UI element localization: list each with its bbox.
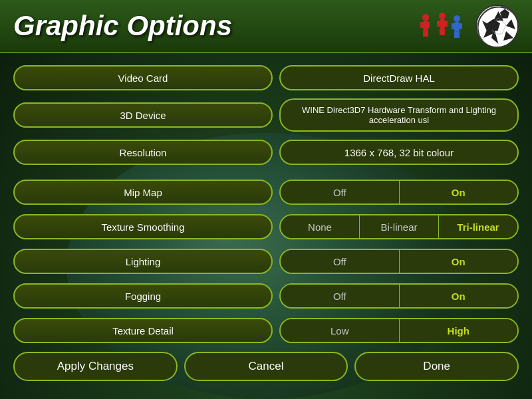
video-card-row: Video Card DirectDraw HAL xyxy=(13,63,519,92)
main-content: Video Card DirectDraw HAL 3D Device WINE… xyxy=(0,53,532,391)
lighting-row: Lighting Off On xyxy=(13,247,519,276)
texture-smoothing-label: Texture Smoothing xyxy=(13,214,273,239)
texture-smoothing-none-btn[interactable]: None xyxy=(281,215,360,238)
texture-detail-value-col: Low High xyxy=(279,318,519,343)
header-icons xyxy=(416,5,519,48)
svg-point-6 xyxy=(439,13,446,19)
texture-detail-label-col: Texture Detail xyxy=(13,318,273,343)
fogging-value-col: Off On xyxy=(279,283,519,309)
texture-detail-low-btn[interactable]: Low xyxy=(281,319,400,342)
svg-rect-7 xyxy=(440,19,445,29)
lighting-label: Lighting xyxy=(13,249,273,274)
device3d-label: 3D Device xyxy=(13,102,273,128)
cancel-button[interactable]: Cancel xyxy=(184,352,348,381)
fogging-label-col: Fogging xyxy=(13,283,273,309)
mip-map-on-btn[interactable]: On xyxy=(400,181,518,203)
texture-smoothing-trilinear-btn[interactable]: Tri-linear xyxy=(439,215,517,238)
svg-rect-11 xyxy=(445,21,448,27)
svg-rect-5 xyxy=(427,22,430,28)
resolution-label: Resolution xyxy=(13,140,273,165)
texture-detail-label: Texture Detail xyxy=(13,318,273,343)
svg-rect-3 xyxy=(426,30,428,37)
svg-point-12 xyxy=(454,15,460,22)
lighting-toggle: Off On xyxy=(279,249,519,274)
fogging-row: Fogging Off On xyxy=(13,281,519,311)
resolution-label-col: Resolution xyxy=(13,140,273,165)
device3d-row: 3D Device WINE Direct3D7 Hardware Transf… xyxy=(13,98,519,132)
fogging-on-btn[interactable]: On xyxy=(400,285,518,307)
fogging-off-btn[interactable]: Off xyxy=(281,285,400,307)
texture-smoothing-bilinear-btn[interactable]: Bi-linear xyxy=(360,215,439,238)
resolution-row: Resolution 1366 x 768, 32 bit colour xyxy=(13,138,519,167)
svg-rect-17 xyxy=(460,23,462,29)
svg-rect-14 xyxy=(454,31,457,38)
mip-map-row: Mip Map Off On xyxy=(13,178,519,207)
texture-detail-high-btn[interactable]: High xyxy=(400,319,518,342)
svg-rect-4 xyxy=(420,22,423,28)
video-card-label: Video Card xyxy=(13,65,273,90)
player-icons xyxy=(416,9,469,43)
texture-smoothing-label-col: Texture Smoothing xyxy=(13,214,273,239)
texture-detail-toggle: Low High xyxy=(279,318,519,343)
svg-point-0 xyxy=(422,14,429,21)
mip-map-label: Mip Map xyxy=(13,180,273,205)
soccer-ball-icon xyxy=(475,5,519,48)
device3d-value[interactable]: WINE Direct3D7 Hardware Transform and Li… xyxy=(279,98,519,132)
svg-rect-15 xyxy=(457,31,460,38)
lighting-on-btn[interactable]: On xyxy=(400,250,518,273)
mip-map-off-btn[interactable]: Off xyxy=(281,181,400,203)
done-button[interactable]: Done xyxy=(354,352,519,381)
resolution-value-col: 1366 x 768, 32 bit colour xyxy=(279,140,519,165)
soccer-ball-svg xyxy=(477,6,519,48)
svg-rect-2 xyxy=(423,30,426,37)
header: Graphic Options xyxy=(0,0,532,53)
video-card-value-col: DirectDraw HAL xyxy=(279,65,519,90)
svg-rect-9 xyxy=(442,29,445,35)
players-svg xyxy=(416,9,469,43)
mip-map-value-col: Off On xyxy=(279,180,519,205)
device3d-label-col: 3D Device xyxy=(13,102,273,128)
lighting-value-col: Off On xyxy=(279,249,519,274)
texture-smoothing-toggle: None Bi-linear Tri-linear xyxy=(279,214,519,239)
svg-rect-10 xyxy=(437,21,440,27)
device3d-value-col: WINE Direct3D7 Hardware Transform and Li… xyxy=(279,98,519,132)
video-card-value[interactable]: DirectDraw HAL xyxy=(279,65,519,90)
apply-changes-button[interactable]: Apply Changes xyxy=(13,352,178,381)
resolution-value[interactable]: 1366 x 768, 32 bit colour xyxy=(279,140,519,165)
texture-detail-row: Texture Detail Low High xyxy=(13,316,519,345)
mip-map-toggle: Off On xyxy=(279,180,519,205)
video-card-label-col: Video Card xyxy=(13,65,273,90)
lighting-off-btn[interactable]: Off xyxy=(281,250,400,273)
fogging-toggle: Off On xyxy=(279,283,519,309)
page-title: Graphic Options xyxy=(13,10,416,42)
footer-row: Apply Changes Cancel Done xyxy=(13,352,519,381)
texture-smoothing-row: Texture Smoothing None Bi-linear Tri-lin… xyxy=(13,212,519,241)
svg-rect-13 xyxy=(454,22,460,31)
mip-map-label-col: Mip Map xyxy=(13,180,273,205)
lighting-label-col: Lighting xyxy=(13,249,273,274)
texture-smoothing-value-col: None Bi-linear Tri-linear xyxy=(279,214,519,239)
fogging-label: Fogging xyxy=(13,283,273,309)
svg-rect-16 xyxy=(452,23,454,29)
svg-rect-8 xyxy=(440,29,442,35)
